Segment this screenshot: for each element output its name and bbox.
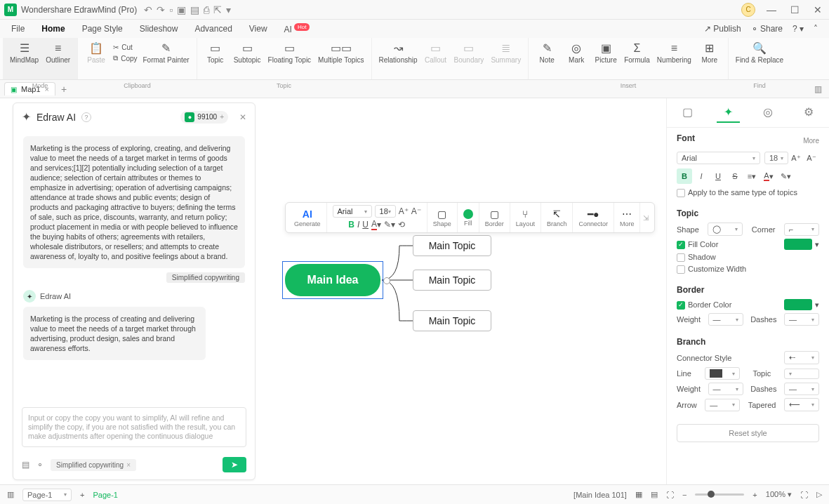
branch-weight-select[interactable]: —▾ bbox=[708, 383, 743, 395]
summary-button[interactable]: ≣Summary bbox=[488, 41, 524, 65]
connector-button[interactable]: ━●Connector bbox=[573, 203, 614, 232]
fullscreen-icon[interactable]: ⛶ bbox=[800, 491, 808, 499]
floating-topic-button[interactable]: ▭Floating Topic bbox=[265, 41, 314, 65]
bold-button[interactable]: B bbox=[677, 168, 692, 184]
main-idea-node[interactable]: Main Idea bbox=[285, 264, 380, 296]
font-shrink-icon[interactable]: A⁻ bbox=[804, 150, 819, 166]
new-icon[interactable]: ▫ bbox=[169, 4, 173, 15]
publish-button[interactable]: ↗ Publish bbox=[704, 24, 741, 34]
toolbar-more-button[interactable]: ⋯More bbox=[614, 203, 641, 232]
share-button[interactable]: ⚬ Share bbox=[751, 24, 783, 34]
fill-color-checkbox[interactable]: Fill Color bbox=[677, 240, 718, 249]
branch-dashes-select[interactable]: —▾ bbox=[784, 383, 819, 395]
minimize-button[interactable]: — bbox=[764, 4, 779, 15]
close-button[interactable]: ✕ bbox=[811, 4, 825, 15]
zoom-level[interactable]: 100% ▾ bbox=[766, 490, 792, 499]
picture-button[interactable]: ▣Picture bbox=[592, 41, 620, 65]
paste-button[interactable]: 📋Paste bbox=[82, 41, 110, 65]
props-tab-style-icon[interactable]: ▢ bbox=[675, 102, 700, 123]
user-avatar[interactable]: C bbox=[741, 3, 755, 17]
fill-button[interactable]: Fill bbox=[458, 203, 479, 232]
view-mode-icon[interactable]: ▦ bbox=[635, 490, 642, 499]
ai-send-button[interactable]: ➤ bbox=[223, 457, 246, 472]
tapered-select[interactable]: ⟵▾ bbox=[784, 398, 819, 411]
topic-node[interactable]: Main Topic bbox=[413, 235, 491, 256]
underline-button[interactable]: U bbox=[362, 220, 369, 230]
branch-topic-select[interactable]: ▾ bbox=[784, 369, 819, 379]
font-grow-icon[interactable]: A⁺ bbox=[788, 150, 804, 166]
strike-button[interactable]: S bbox=[727, 168, 743, 184]
font-increase-icon[interactable]: A⁺ bbox=[399, 206, 409, 216]
highlight-button[interactable]: ✎▾ bbox=[778, 168, 793, 184]
qat-more-icon[interactable]: ▾ bbox=[226, 4, 231, 15]
italic-button[interactable]: I bbox=[357, 220, 359, 230]
props-tab-format-icon[interactable]: ✦ bbox=[717, 102, 740, 123]
ai-attach-icon[interactable]: ▤ bbox=[22, 460, 29, 470]
font-size-select[interactable]: 18▾ bbox=[375, 205, 396, 218]
ai-panel-close-icon[interactable]: ✕ bbox=[239, 112, 246, 122]
layout-button[interactable]: ⑂Layout bbox=[510, 203, 541, 232]
zoom-in-button[interactable]: + bbox=[752, 491, 757, 499]
insert-more-button[interactable]: ⊞More bbox=[696, 41, 724, 65]
copy-button[interactable]: ⧉ Copy bbox=[112, 53, 138, 63]
ai-help-icon[interactable]: ? bbox=[81, 112, 91, 122]
present-icon[interactable]: ▷ bbox=[816, 490, 822, 499]
border-weight-select[interactable]: —▾ bbox=[708, 313, 743, 326]
ai-input-field[interactable]: Input or copy the copy you want to simpl… bbox=[22, 407, 246, 447]
ai-token-badge[interactable]: ●99100+ bbox=[180, 111, 228, 124]
undo-icon[interactable]: ↶ bbox=[144, 4, 152, 15]
view-mode-icon-2[interactable]: ▤ bbox=[651, 490, 658, 499]
font-size-select[interactable]: 18▾ bbox=[764, 152, 788, 164]
props-tab-settings-icon[interactable]: ⚙ bbox=[797, 102, 821, 123]
cut-button[interactable]: ✂ Cut bbox=[112, 43, 138, 52]
formula-button[interactable]: ΣFormula bbox=[621, 41, 653, 65]
branch-button[interactable]: ↸Branch bbox=[541, 203, 573, 232]
font-color-button[interactable]: A▾ bbox=[761, 168, 776, 184]
line-color-select[interactable]: ▾ bbox=[705, 367, 740, 380]
shape-select[interactable]: ◯▾ bbox=[708, 223, 743, 236]
add-page-button[interactable]: + bbox=[80, 491, 84, 499]
menu-view[interactable]: View bbox=[249, 24, 267, 34]
menu-file[interactable]: File bbox=[11, 24, 25, 34]
find-replace-button[interactable]: 🔍Find & Replace bbox=[733, 41, 786, 65]
panel-toggle-icon[interactable]: ▥ bbox=[814, 84, 822, 94]
ai-generate-button[interactable]: AIGenerate bbox=[289, 203, 327, 232]
border-color-checkbox[interactable]: Border Color bbox=[677, 300, 731, 310]
shape-button[interactable]: ▢Shape bbox=[427, 203, 458, 232]
layout-toggle-icon[interactable]: ▥ bbox=[7, 490, 14, 499]
page-tab[interactable]: Page-1 bbox=[93, 491, 117, 499]
outliner-mode-button[interactable]: ≡Outliner bbox=[43, 41, 73, 65]
border-color-swatch[interactable] bbox=[784, 299, 812, 310]
maximize-button[interactable]: ☐ bbox=[788, 4, 802, 15]
multiple-topics-button[interactable]: ▭▭Multiple Topics bbox=[315, 41, 366, 65]
note-button[interactable]: ✎Note bbox=[533, 41, 561, 65]
topic-node[interactable]: Main Topic bbox=[413, 310, 491, 331]
font-decrease-icon[interactable]: A⁻ bbox=[411, 206, 421, 216]
topic-button[interactable]: ▭Topic bbox=[201, 41, 230, 65]
open-icon[interactable]: ▣ bbox=[177, 4, 186, 15]
arrow-select[interactable]: —▾ bbox=[705, 399, 740, 411]
font-more-link[interactable]: More bbox=[803, 137, 819, 145]
menu-page-style[interactable]: Page Style bbox=[82, 24, 123, 34]
menu-slideshow[interactable]: Slideshow bbox=[140, 24, 178, 34]
menu-ai[interactable]: AIHot bbox=[284, 24, 310, 34]
node-handle[interactable] bbox=[383, 277, 390, 284]
mindmap-mode-button[interactable]: ☰MindMap bbox=[7, 41, 41, 65]
font-family-select[interactable]: Arial▾ bbox=[677, 152, 760, 164]
page-select[interactable]: Page-1▾ bbox=[22, 489, 72, 501]
align-button[interactable]: ≡▾ bbox=[744, 168, 760, 184]
custom-width-checkbox[interactable]: Customize Width bbox=[677, 265, 746, 274]
props-tab-tag-icon[interactable]: ◎ bbox=[756, 102, 780, 123]
reset-style-button[interactable]: Reset style bbox=[677, 424, 819, 442]
border-dashes-select[interactable]: —▾ bbox=[784, 313, 819, 326]
boundary-button[interactable]: ▭Boundary bbox=[451, 41, 487, 65]
print-icon[interactable]: ⎙ bbox=[204, 4, 209, 15]
ai-graph-icon[interactable]: ⚬ bbox=[37, 460, 44, 470]
shadow-checkbox[interactable]: Shadow bbox=[677, 253, 716, 262]
export-icon[interactable]: ⇱ bbox=[213, 4, 222, 15]
help-icon[interactable]: ? ▾ bbox=[792, 24, 804, 34]
numbering-button[interactable]: ≡Numbering bbox=[654, 41, 694, 65]
fit-icon[interactable]: ⛶ bbox=[666, 491, 674, 499]
redo-icon[interactable]: ↷ bbox=[157, 4, 165, 15]
fill-color-swatch[interactable] bbox=[784, 239, 812, 250]
